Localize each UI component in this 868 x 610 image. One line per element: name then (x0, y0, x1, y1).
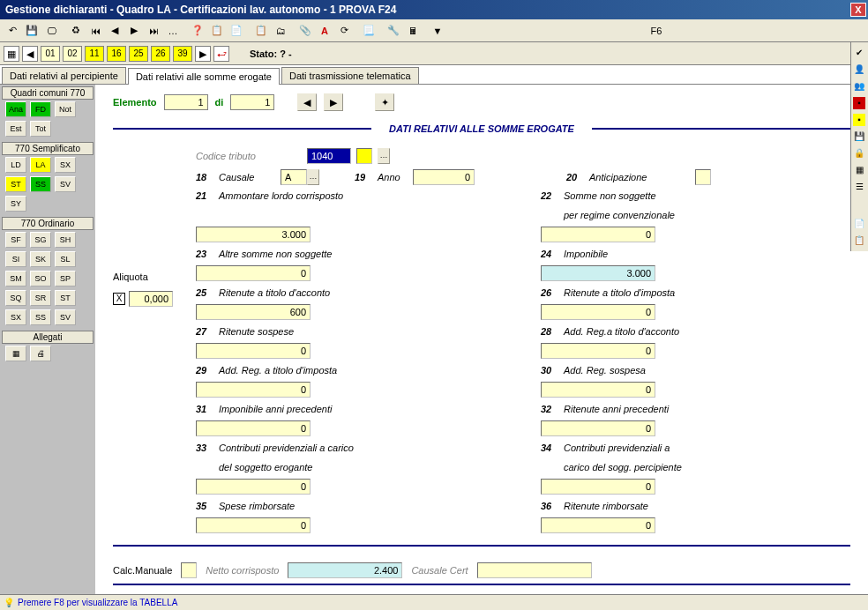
tributo-lookup-button[interactable]: … (378, 148, 390, 164)
f33-input[interactable]: 0 (196, 479, 311, 495)
side-sm[interactable]: SM (5, 271, 26, 286)
rt-user-icon[interactable]: 👤 (852, 63, 866, 77)
rt-check-icon[interactable]: ✔ (852, 46, 866, 60)
side-est[interactable]: Est (5, 121, 26, 137)
aliquota-check[interactable]: X (113, 293, 125, 305)
f30-input[interactable]: 0 (541, 382, 655, 398)
f18-input[interactable]: A (281, 169, 307, 185)
causale-cert-input[interactable] (477, 562, 592, 578)
cards-icon[interactable]: 🗂 (272, 22, 289, 40)
f20-input[interactable] (695, 169, 711, 185)
side-sq[interactable]: SQ (5, 290, 26, 306)
side-sf[interactable]: SF (5, 232, 26, 248)
tributo-input[interactable]: 1040 (307, 148, 351, 164)
elem-prev-icon[interactable]: ◀ (297, 93, 317, 111)
dropdown-icon[interactable]: ▼ (429, 22, 446, 40)
side-sl[interactable]: SL (55, 251, 76, 267)
rt-copy-icon[interactable]: 📋 (852, 234, 866, 248)
rt-red-icon[interactable]: ▪ (852, 96, 866, 110)
nav-page-26[interactable]: 26 (151, 46, 170, 62)
nav-next-icon[interactable]: ▶ (195, 46, 211, 62)
elemento-value[interactable]: 1 (164, 94, 208, 110)
aliquota-input[interactable]: 0,000 (129, 291, 173, 307)
side-tot[interactable]: Tot (30, 121, 51, 137)
tab-percipiente[interactable]: Dati relativi al percipiente (2, 67, 126, 84)
rt-lock-icon[interactable]: 🔒 (852, 146, 866, 160)
side-print-icon[interactable]: 🖨 (30, 346, 51, 361)
pdf-icon[interactable]: A (316, 22, 333, 40)
doc-icon[interactable]: 📄 (228, 22, 245, 40)
f36-input[interactable]: 0 (541, 517, 655, 533)
first-icon[interactable]: ⏮ (86, 22, 104, 40)
refresh-icon[interactable]: ♻ (67, 22, 85, 40)
f22-input[interactable]: 0 (541, 227, 655, 242)
clipboard-icon[interactable]: 📋 (252, 22, 270, 40)
f23-input[interactable]: 0 (196, 265, 311, 281)
rt-grid-icon[interactable]: ▦ (852, 163, 866, 177)
side-sv[interactable]: SV (55, 176, 76, 192)
side-so[interactable]: SO (30, 271, 51, 286)
side-sk[interactable]: SK (30, 251, 51, 267)
rt-save-icon[interactable]: 💾 (852, 130, 866, 144)
copy-icon[interactable]: 📋 (208, 22, 226, 40)
side-st2[interactable]: ST (55, 290, 76, 306)
f21-input[interactable]: 3.000 (196, 227, 311, 242)
f32-input[interactable]: 0 (541, 420, 655, 436)
side-sh[interactable]: SH (55, 232, 76, 248)
nav-page-25[interactable]: 25 (129, 46, 148, 62)
help-icon[interactable]: ❓ (189, 22, 206, 40)
tributo-flag[interactable] (356, 148, 372, 164)
f35-input[interactable]: 0 (196, 517, 311, 533)
rt-user2-icon[interactable]: 👥 (852, 79, 866, 93)
f26-input[interactable]: 0 (541, 304, 655, 320)
nav-grid-icon[interactable]: ▦ (4, 46, 19, 62)
side-sy[interactable]: SY (5, 196, 26, 212)
side-sp[interactable]: SP (55, 271, 76, 286)
tab-trasmissione[interactable]: Dati trasmissione telematica (281, 67, 419, 84)
close-button[interactable]: X (850, 3, 866, 17)
side-sv2[interactable]: SV (55, 309, 76, 325)
side-la[interactable]: LA (30, 157, 51, 173)
side-fd[interactable]: FD (30, 101, 51, 117)
last-icon[interactable]: ⏭ (145, 22, 162, 40)
f28-input[interactable]: 0 (541, 343, 655, 359)
nav-page-39[interactable]: 39 (173, 46, 192, 62)
nav-end-icon[interactable]: ⮐ (213, 46, 229, 62)
f27-input[interactable]: 0 (196, 343, 311, 359)
f18-lookup-button[interactable]: … (307, 169, 319, 185)
nav-prev-icon[interactable]: ◀ (22, 46, 38, 62)
nav-page-02[interactable]: 02 (63, 46, 82, 62)
side-sg[interactable]: SG (30, 232, 51, 248)
side-ss[interactable]: SS (30, 176, 51, 192)
f25-input[interactable]: 600 (196, 304, 311, 320)
elem-next-icon[interactable]: ▶ (324, 93, 343, 111)
side-ana[interactable]: Ana (5, 101, 26, 117)
side-st[interactable]: ST (5, 176, 26, 192)
f24-input[interactable]: 3.000 (541, 265, 655, 281)
dots-icon[interactable]: … (164, 22, 182, 40)
side-sr[interactable]: SR (30, 290, 51, 306)
next-icon[interactable]: ▶ (125, 22, 143, 40)
calc-manuale-check[interactable] (181, 562, 197, 578)
rt-list-icon[interactable]: ☰ (852, 180, 866, 194)
f19-input[interactable]: 0 (413, 169, 475, 185)
save-icon[interactable]: 💾 (23, 22, 41, 40)
rt-yellow-icon[interactable]: ▪ (852, 113, 866, 127)
side-si[interactable]: SI (5, 251, 26, 267)
f34-input[interactable]: 0 (541, 479, 655, 495)
elem-new-icon[interactable]: ✦ (375, 93, 394, 111)
side-grid-icon[interactable]: ▦ (5, 346, 26, 361)
screen-icon[interactable]: 🖵 (42, 22, 60, 40)
nav-page-16[interactable]: 16 (107, 46, 126, 62)
side-ss2[interactable]: SS (30, 309, 51, 325)
tool-icon[interactable]: 🔧 (385, 22, 402, 40)
nav-page-01[interactable]: 01 (41, 46, 60, 62)
attach-icon[interactable]: 📎 (296, 22, 314, 40)
f29-input[interactable]: 0 (196, 382, 311, 398)
nav-page-11[interactable]: 11 (85, 46, 104, 62)
side-not[interactable]: Not (55, 101, 76, 117)
prev-icon[interactable]: ◀ (106, 22, 123, 40)
page-icon[interactable]: 📃 (360, 22, 378, 40)
side-sx[interactable]: SX (55, 157, 76, 173)
reload-icon[interactable]: ⟳ (335, 22, 353, 40)
